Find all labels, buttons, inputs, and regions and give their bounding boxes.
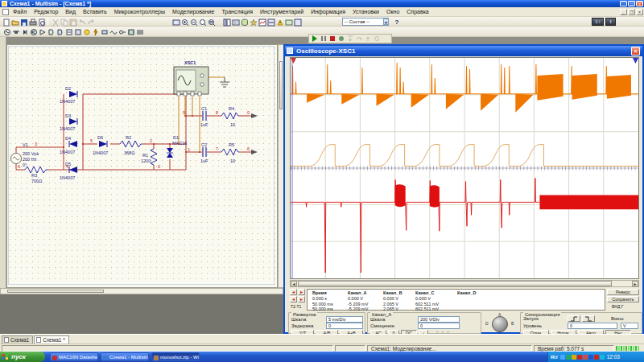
resistor-r2[interactable]: R2 368Ω: [120, 135, 142, 155]
resistor-r3[interactable]: R3 700Ω: [25, 167, 47, 183]
capacitor-c2[interactable]: C2 1uF: [200, 142, 208, 163]
resistor-r4[interactable]: R4 10: [221, 106, 239, 127]
spreadsheet-icon[interactable]: [231, 18, 239, 26]
menu-transfer[interactable]: Трансляция: [221, 9, 253, 14]
menu-view[interactable]: Вид: [65, 9, 76, 14]
run-simulation-icon[interactable]: [311, 35, 318, 43]
new-icon[interactable]: [2, 18, 10, 26]
hscroll-thumb[interactable]: [7, 290, 104, 293]
menu-window[interactable]: Окно: [386, 9, 399, 14]
simulate-switch-button[interactable]: 0 I: [592, 18, 604, 26]
resistor-r5[interactable]: R5 10: [221, 142, 239, 163]
menu-tools[interactable]: Инструментарий: [260, 9, 303, 14]
help-icon[interactable]: ?: [393, 18, 401, 26]
timebase-delay-input[interactable]: [326, 323, 363, 329]
print-icon[interactable]: [28, 18, 36, 26]
step-out-icon[interactable]: [364, 35, 371, 43]
open-icon[interactable]: [10, 18, 19, 26]
zoom-out-icon[interactable]: [189, 18, 197, 26]
menu-place[interactable]: Вставить: [83, 9, 107, 14]
pause-simulation-icon[interactable]: [320, 35, 327, 43]
channel-scale-input[interactable]: [418, 316, 460, 323]
pause-switch-button[interactable]: ‖: [605, 18, 616, 26]
schematic-sheet[interactable]: XSC1 V1 200 Vpk 200 Hz 0° R3 700Ω D2 1N4…: [6, 44, 278, 288]
tray-icon[interactable]: [572, 355, 576, 360]
taskbar-item-datasheet[interactable]: MAC16N Datasheet ...: [50, 352, 98, 361]
oscilloscope-close-icon[interactable]: ×: [631, 47, 640, 56]
tray-icon[interactable]: [583, 355, 588, 360]
diode-d2[interactable]: D2 1N4007: [60, 86, 77, 104]
channel-knob[interactable]: [492, 316, 508, 332]
taskbar-item-multisim[interactable]: Схема1 - Multisim - [...: [101, 352, 149, 361]
cursor2-right-button[interactable]: ►: [298, 296, 305, 302]
tab-schema1[interactable]: Схема1: [2, 335, 33, 343]
component-electromech-icon[interactable]: [118, 27, 126, 35]
component-basic-icon[interactable]: [11, 27, 19, 35]
tray-icon[interactable]: [560, 355, 565, 360]
menu-mcu[interactable]: Микроконтроллеры: [114, 9, 165, 14]
oscilloscope-window[interactable]: Oscilloscope-XSC1 ×: [283, 44, 644, 334]
menu-edit[interactable]: Редактор: [34, 9, 58, 14]
zoom-window-icon[interactable]: [171, 18, 180, 26]
design-toolbox-icon[interactable]: [222, 18, 230, 26]
print-preview-icon[interactable]: [37, 18, 45, 26]
stop-simulation-icon[interactable]: [328, 35, 336, 43]
component-digital-icon[interactable]: [64, 27, 72, 35]
component-power-icon[interactable]: [91, 27, 99, 35]
trigger-unit-select[interactable]: V: [621, 323, 638, 329]
component-misc-icon[interactable]: [100, 27, 108, 35]
tray-icon[interactable]: [600, 355, 605, 360]
help-tool-icon[interactable]: [293, 18, 301, 26]
save-icon[interactable]: [19, 18, 27, 26]
scope-hscrollbar[interactable]: ◄ ►: [290, 280, 639, 287]
start-button[interactable]: пуск: [0, 352, 45, 362]
menu-reports[interactable]: Информация: [311, 9, 345, 14]
component-ttl-icon[interactable]: [47, 27, 55, 35]
step-over-icon[interactable]: [355, 35, 362, 43]
cursor2-left-button[interactable]: ◄: [290, 296, 297, 302]
language-indicator[interactable]: RU: [551, 355, 558, 360]
cursor1-right-button[interactable]: ►: [298, 289, 305, 295]
in-use-dropdown-arrow[interactable]: ▼: [383, 19, 389, 25]
schematic-hscrollbar[interactable]: [0, 288, 283, 294]
capacitor-c1[interactable]: C1 1uF: [200, 106, 208, 127]
breadboard-icon[interactable]: [284, 18, 292, 26]
mcu-step-icon[interactable]: [337, 35, 345, 43]
channel-offset-input[interactable]: [418, 323, 460, 329]
component-diode-icon[interactable]: [20, 27, 28, 35]
paste-icon[interactable]: [68, 18, 76, 26]
redo-icon[interactable]: [86, 18, 94, 26]
cursor1-left-button[interactable]: ◄: [290, 289, 297, 295]
zoom-area-icon[interactable]: [198, 18, 206, 26]
menu-simulate[interactable]: Моделирование: [172, 9, 214, 14]
scroll-left-icon[interactable]: ◄: [291, 281, 297, 286]
menu-options[interactable]: Установки: [353, 9, 379, 14]
tray-icon[interactable]: [588, 355, 593, 360]
scope-display[interactable]: [290, 57, 639, 279]
tab-schema1-modified[interactable]: Схема1 *: [34, 335, 69, 343]
component-transistor-icon[interactable]: [29, 27, 37, 35]
child-minimize-button[interactable]: _: [620, 9, 627, 15]
trigger-level-input[interactable]: [568, 323, 617, 329]
save-button[interactable]: Сохранить: [607, 296, 639, 302]
cut-icon[interactable]: [51, 18, 59, 26]
component-indicator-icon[interactable]: [82, 27, 90, 35]
postprocessor-icon[interactable]: [266, 18, 275, 26]
maximize-button[interactable]: □: [628, 1, 635, 6]
falling-edge-button[interactable]: [582, 315, 595, 322]
oscilloscope-titlebar[interactable]: Oscilloscope-XSC1: [285, 46, 642, 56]
component-source-icon[interactable]: [2, 27, 10, 35]
tray-icon[interactable]: [577, 355, 582, 360]
component-wizard-icon[interactable]: [249, 18, 257, 26]
output-terminal-2[interactable]: [251, 150, 258, 154]
minimize-button[interactable]: _: [620, 1, 627, 6]
undo-icon[interactable]: [77, 18, 85, 26]
oscilloscope-component[interactable]: XSC1: [174, 60, 208, 96]
diode-d3[interactable]: D3 1N4007: [60, 113, 77, 131]
component-bus-icon[interactable]: [135, 27, 143, 35]
tray-icon[interactable]: [566, 355, 571, 360]
ground-symbol[interactable]: [220, 77, 229, 87]
output-terminal-1[interactable]: [251, 113, 258, 118]
in-use-list[interactable]: -- Состав --: [342, 18, 389, 26]
zoom-fit-icon[interactable]: [207, 18, 215, 26]
